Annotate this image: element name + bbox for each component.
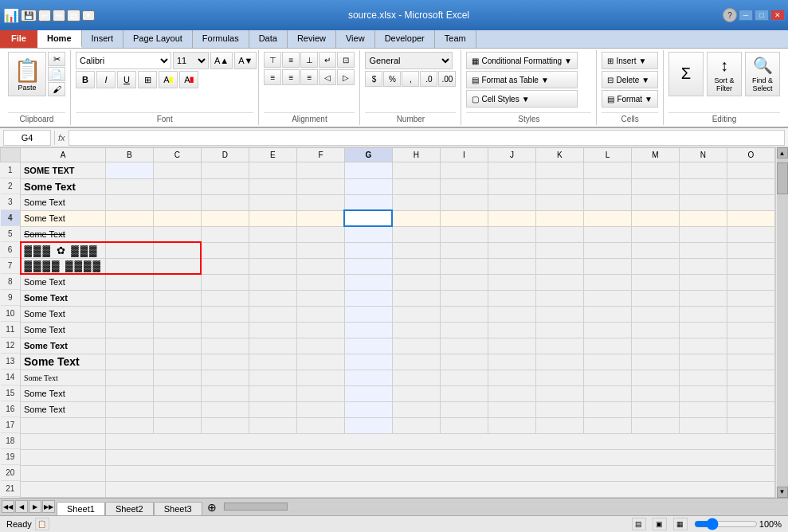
cell-I13[interactable] — [440, 354, 488, 370]
cell-F15[interactable] — [296, 385, 344, 401]
cell-M6[interactable] — [631, 242, 679, 258]
cell-B9[interactable] — [105, 290, 153, 306]
cell-B8[interactable] — [105, 274, 153, 290]
page-layout-view-button[interactable]: ▣ — [653, 518, 667, 530]
qat-more-button[interactable]: ▼ — [82, 10, 95, 21]
cell-N9[interactable] — [679, 290, 727, 306]
cell-G16[interactable] — [344, 401, 392, 417]
font-color-button[interactable]: A█ — [179, 71, 198, 88]
cell-M13[interactable] — [631, 354, 679, 370]
cell-E15[interactable] — [249, 385, 296, 401]
cell-J9[interactable] — [488, 290, 535, 306]
help-button[interactable]: ? — [723, 8, 737, 22]
cell-M4[interactable] — [631, 210, 679, 226]
formula-input[interactable] — [69, 130, 785, 146]
scroll-down-button[interactable]: ▼ — [777, 487, 788, 498]
cell-J16[interactable] — [488, 401, 535, 417]
cell-A5[interactable]: Some Text — [21, 226, 106, 242]
find-select-button[interactable]: 🔍 Find & Select — [745, 52, 780, 96]
cell-J4[interactable] — [488, 210, 535, 226]
comma-button[interactable]: , — [402, 71, 419, 87]
cell-I8[interactable] — [440, 274, 488, 290]
cell-F5[interactable] — [296, 226, 344, 242]
first-sheet-button[interactable]: ◀◀ — [2, 500, 14, 513]
cell-G17[interactable] — [344, 417, 392, 433]
review-tab[interactable]: Review — [288, 30, 336, 48]
cell-E14[interactable] — [249, 370, 296, 385]
cell-M10[interactable] — [631, 306, 679, 322]
cell-B10[interactable] — [105, 306, 153, 322]
cell-C12[interactable] — [153, 338, 201, 354]
cell-N17[interactable] — [679, 417, 727, 433]
cell-H2[interactable] — [392, 178, 440, 194]
cell-B17[interactable] — [105, 417, 153, 433]
cell-F8[interactable] — [296, 274, 344, 290]
cell-N13[interactable] — [679, 354, 727, 370]
cell-B1[interactable] — [105, 162, 153, 179]
col-header-M[interactable]: M — [631, 148, 679, 162]
cell-O14[interactable] — [727, 370, 774, 385]
cell-I16[interactable] — [440, 401, 488, 417]
cell-J12[interactable] — [488, 338, 535, 354]
col-header-O[interactable]: O — [727, 148, 774, 162]
cell-D11[interactable] — [201, 322, 249, 338]
format-button[interactable]: ▤ Format ▼ — [602, 90, 658, 108]
merge-center-button[interactable]: ⊡ — [337, 52, 355, 68]
redo-qat-button[interactable]: ↪ — [53, 10, 65, 22]
cell-A21[interactable] — [21, 481, 106, 497]
quick-print-button[interactable]: ▤ — [67, 10, 80, 22]
align-right-button[interactable]: ≡ — [300, 69, 318, 85]
view-tab[interactable]: View — [336, 30, 375, 48]
cell-B13[interactable] — [105, 354, 153, 370]
cell-B15[interactable] — [105, 385, 153, 401]
cell-H1[interactable] — [392, 162, 440, 179]
cell-B6[interactable] — [105, 242, 153, 258]
cell-M16[interactable] — [631, 401, 679, 417]
cell-F1[interactable] — [296, 162, 344, 179]
col-header-I[interactable]: I — [440, 148, 488, 162]
col-header-C[interactable]: C — [153, 148, 201, 162]
cell-O10[interactable] — [727, 306, 774, 322]
cell-K6[interactable] — [535, 242, 583, 258]
cell-O6[interactable] — [727, 242, 774, 258]
cell-A8[interactable]: Some Text — [21, 274, 106, 290]
cell-E8[interactable] — [249, 274, 296, 290]
cell-G2[interactable] — [344, 178, 392, 194]
cell-K5[interactable] — [535, 226, 583, 242]
cell-B14[interactable] — [105, 370, 153, 385]
cell-C17[interactable] — [153, 417, 201, 433]
font-grow-button[interactable]: A▲ — [210, 52, 233, 69]
cell-O2[interactable] — [727, 178, 774, 194]
cell-L17[interactable] — [583, 417, 631, 433]
cell-D4[interactable] — [201, 210, 249, 226]
cell-L14[interactable] — [583, 370, 631, 385]
cell-I5[interactable] — [440, 226, 488, 242]
cell-O9[interactable] — [727, 290, 774, 306]
cell-E1[interactable] — [249, 162, 296, 179]
col-header-J[interactable]: J — [488, 148, 535, 162]
cell-N10[interactable] — [679, 306, 727, 322]
cell-I3[interactable] — [440, 194, 488, 210]
cell-C14[interactable] — [153, 370, 201, 385]
cell-K16[interactable] — [535, 401, 583, 417]
cell-M14[interactable] — [631, 370, 679, 385]
cell-J11[interactable] — [488, 322, 535, 338]
scroll-up-button[interactable]: ▲ — [777, 147, 788, 158]
cell-A10[interactable]: Some Text — [21, 306, 106, 322]
align-bottom-button[interactable]: ⊥ — [300, 52, 318, 68]
cell-D13[interactable] — [201, 354, 249, 370]
cell-M9[interactable] — [631, 290, 679, 306]
scroll-track[interactable] — [777, 158, 788, 487]
cell-G3[interactable] — [344, 194, 392, 210]
delete-button[interactable]: ⊟ Delete ▼ — [602, 71, 658, 88]
cell-A13[interactable]: Some Text — [21, 354, 106, 370]
cell-D8[interactable] — [201, 274, 249, 290]
cell-C2[interactable] — [153, 178, 201, 194]
cell-M7[interactable] — [631, 258, 679, 274]
cell-M12[interactable] — [631, 338, 679, 354]
cell-E5[interactable] — [249, 226, 296, 242]
h-scroll-track[interactable] — [223, 502, 786, 511]
cell-L15[interactable] — [583, 385, 631, 401]
home-tab[interactable]: Home — [37, 30, 82, 48]
format-as-table-button[interactable]: ▤ Format as Table ▼ — [466, 71, 578, 88]
